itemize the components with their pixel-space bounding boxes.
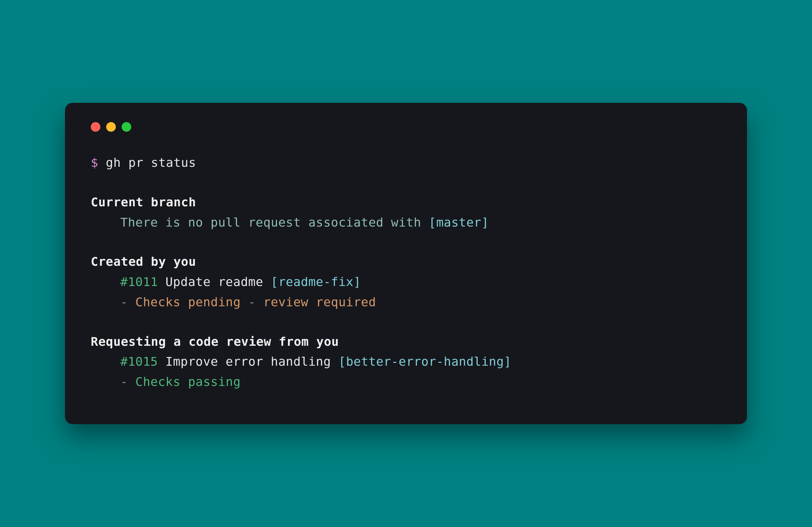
section-header: Requesting a code review from you — [91, 332, 721, 352]
command-text: gh pr status — [106, 155, 196, 170]
checks-pending-status: Checks pending — [135, 295, 241, 309]
pr-line: #1011 Update readme [readme-fix] — [91, 272, 721, 292]
pr-status-line: - Checks pending - review required — [91, 292, 721, 312]
status-dash: - — [241, 295, 263, 309]
branch-message: There is no pull request associated with — [120, 215, 429, 229]
section-created-by-you: Created by you #1011 Update readme [read… — [91, 252, 721, 312]
branch-name: [master] — [429, 215, 489, 229]
terminal-window: $ gh pr status Current branch There is n… — [65, 103, 747, 424]
maximize-icon[interactable] — [121, 122, 131, 132]
checks-passing-status: Checks passing — [135, 375, 241, 389]
status-dash: - — [120, 295, 135, 309]
terminal-content: $ gh pr status Current branch There is n… — [91, 153, 721, 392]
pr-branch: [readme-fix] — [271, 275, 361, 289]
prompt-line: $ gh pr status — [91, 153, 721, 173]
section-header: Current branch — [91, 192, 721, 212]
section-requesting-review: Requesting a code review from you #1015 … — [91, 332, 721, 392]
pr-number: #1015 — [120, 355, 158, 368]
pr-number: #1011 — [120, 275, 158, 289]
pr-branch: [better-error-handling] — [338, 355, 511, 368]
section-current-branch: Current branch There is no pull request … — [91, 192, 721, 232]
status-dash: - — [120, 375, 135, 389]
branch-message-line: There is no pull request associated with… — [91, 212, 721, 233]
review-required-status: review required — [263, 295, 376, 309]
section-header: Created by you — [91, 252, 721, 272]
minimize-icon[interactable] — [106, 122, 116, 132]
pr-status-line: - Checks passing — [91, 372, 721, 392]
window-controls — [91, 122, 721, 132]
pr-title: Update readme — [158, 275, 271, 289]
pr-title: Improve error handling — [158, 355, 338, 368]
prompt-symbol: $ — [91, 155, 98, 170]
close-icon[interactable] — [91, 122, 100, 132]
pr-line: #1015 Improve error handling [better-err… — [91, 351, 721, 372]
